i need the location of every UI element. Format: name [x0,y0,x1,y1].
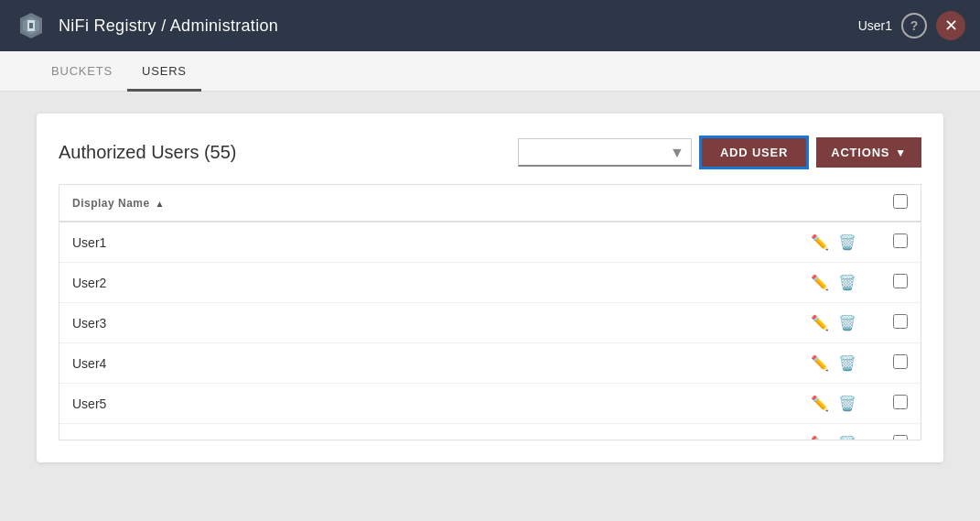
edit-icon[interactable]: ✏️ [809,353,831,374]
row-actions: ✏️ 🗑️ [809,353,867,374]
header-right: User1 ? ✕ [858,11,965,40]
delete-icon[interactable]: 🗑️ [836,312,858,333]
row-checkbox-cell[interactable] [880,303,921,343]
column-display-name-label: Display Name [72,197,150,210]
column-header-checkbox[interactable] [880,185,921,222]
delete-icon[interactable]: 🗑️ [836,272,858,293]
user-name-cell: User1 [59,222,796,263]
sort-asc-icon: ▲ [156,199,165,209]
row-actions: ✏️ 🗑️ [809,232,867,253]
header-left: NiFi Registry / Administration [15,9,278,42]
row-checkbox-cell[interactable] [880,384,921,424]
users-table-body: User1 ✏️ 🗑️ User2 [59,222,921,440]
user-name-cell: User6 [59,424,796,441]
table-row: User5 ✏️ 🗑️ [59,384,921,424]
row-checkbox[interactable] [893,233,908,248]
app-header: NiFi Registry / Administration User1 ? ✕ [0,0,980,51]
table-row: User2 ✏️ 🗑️ [59,263,921,303]
actions-label: ACTIONS [831,146,889,159]
edit-icon[interactable]: ✏️ [809,272,831,293]
username-label: User1 [858,18,892,33]
row-actions: ✏️ 🗑️ [809,433,867,440]
row-checkbox[interactable] [893,395,908,409]
row-checkbox[interactable] [893,354,908,369]
users-table: Display Name ▲ User1 ✏️ [59,185,921,440]
user-name-cell: User3 [59,303,796,343]
actions-button[interactable]: ACTIONS ▼ [816,137,921,168]
filter-input[interactable] [518,138,692,167]
user-name-cell: User5 [59,384,796,424]
close-button[interactable]: ✕ [936,11,965,40]
table-row: User6 ✏️ 🗑️ [59,424,921,441]
help-button[interactable]: ? [901,13,927,38]
delete-icon[interactable]: 🗑️ [836,393,858,414]
delete-icon[interactable]: 🗑️ [836,232,858,253]
row-checkbox[interactable] [893,314,908,329]
delete-icon[interactable]: 🗑️ [836,433,858,440]
add-user-button[interactable]: ADD USER [699,136,809,169]
edit-icon[interactable]: ✏️ [809,433,831,440]
row-checkbox-cell[interactable] [880,424,921,441]
row-checkbox-cell[interactable] [880,343,921,384]
row-actions: ✏️ 🗑️ [809,393,867,414]
card-header: Authorized Users (55) ▼ ADD USER ACTIONS… [59,136,921,169]
edit-icon[interactable]: ✏️ [809,312,831,333]
users-table-container[interactable]: Display Name ▲ User1 ✏️ [59,184,921,440]
filter-wrapper: ▼ [518,138,692,167]
row-checkbox[interactable] [893,274,908,288]
main-content: Authorized Users (55) ▼ ADD USER ACTIONS… [0,92,980,484]
column-header-display-name[interactable]: Display Name ▲ [59,185,796,222]
column-header-actions [796,185,880,222]
table-row: User4 ✏️ 🗑️ [59,343,921,384]
select-all-checkbox[interactable] [893,194,908,209]
tabs-bar: BUCKETS USERS [0,51,980,92]
user-name-cell: User4 [59,343,796,384]
user-name-cell: User2 [59,263,796,303]
app-title: NiFi Registry / Administration [59,16,278,36]
nifi-logo-icon [15,9,48,42]
edit-icon[interactable]: ✏️ [809,393,831,414]
card-title: Authorized Users (55) [59,142,237,163]
filter-icon: ▼ [670,145,684,161]
row-checkbox-cell[interactable] [880,222,921,263]
users-card: Authorized Users (55) ▼ ADD USER ACTIONS… [37,114,943,462]
tab-users[interactable]: USERS [127,51,201,92]
table-row: User1 ✏️ 🗑️ [59,222,921,263]
edit-icon[interactable]: ✏️ [809,232,831,253]
card-actions: ▼ ADD USER ACTIONS ▼ [518,136,921,169]
row-checkbox-cell[interactable] [880,263,921,303]
table-row: User3 ✏️ 🗑️ [59,303,921,343]
delete-icon[interactable]: 🗑️ [836,353,858,374]
tab-buckets[interactable]: BUCKETS [37,51,127,92]
chevron-down-icon: ▼ [895,147,907,159]
row-actions: ✏️ 🗑️ [809,272,867,293]
svg-rect-3 [29,23,33,28]
row-actions: ✏️ 🗑️ [809,312,867,333]
row-checkbox[interactable] [893,435,908,440]
